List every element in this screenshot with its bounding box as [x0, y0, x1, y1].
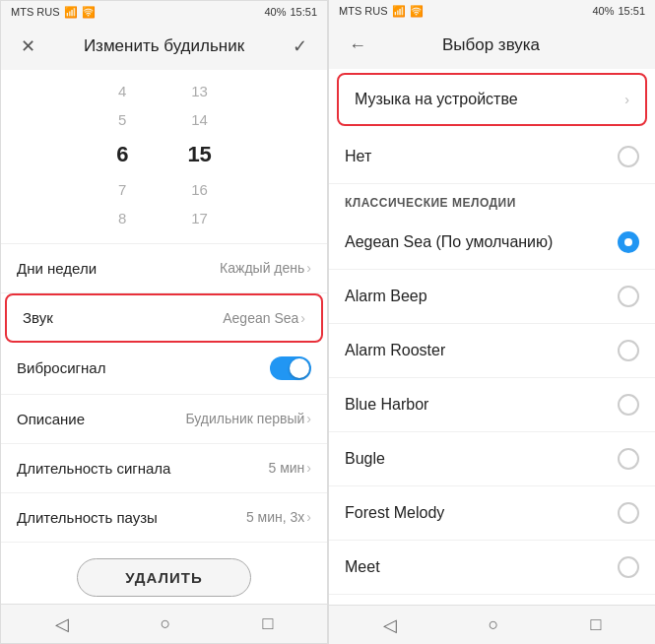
minute-13: 13 — [191, 78, 208, 104]
right-home-nav-icon[interactable]: ○ — [489, 614, 499, 635]
days-label: Дни недели — [17, 260, 97, 277]
sound-row-alarm-beep[interactable]: Alarm Beep — [329, 270, 655, 324]
settings-row-days[interactable]: Дни недели Каждый день › — [1, 244, 327, 293]
vibro-label: Вибросигнал — [17, 359, 105, 376]
sound-label: Звук — [23, 309, 53, 326]
duration-value: 5 мин › — [268, 460, 311, 476]
hour-6-selected: 6 — [116, 135, 128, 174]
forest-melody-label: Forest Melody — [345, 504, 444, 522]
sound-value: Aegean Sea › — [223, 310, 305, 326]
days-arrow: › — [306, 260, 311, 276]
left-header-title: Изменить будильник — [84, 36, 244, 56]
settings-list: Дни недели Каждый день › Звук Aegean Sea… — [1, 244, 327, 604]
left-battery: 40% — [264, 6, 286, 18]
forest-melody-radio[interactable] — [618, 502, 639, 524]
right-status-left: MTS RUS 📶 🛜 — [339, 5, 424, 18]
left-screen: MTS RUS 📶 🛜 40% 15:51 ✕ Изменить будильн… — [0, 0, 328, 644]
meet-label: Meet — [345, 558, 380, 576]
right-wifi-icon: 🛜 — [410, 5, 424, 18]
hour-column: 4 5 6 7 8 — [116, 78, 128, 231]
left-carrier: MTS RUS — [11, 6, 60, 18]
hour-4: 4 — [118, 78, 126, 104]
right-battery: 40% — [592, 5, 614, 17]
settings-row-desc[interactable]: Описание Будильник первый › — [1, 395, 327, 444]
pause-arrow: › — [306, 509, 311, 525]
meet-radio[interactable] — [618, 556, 639, 578]
left-status-right: 40% 15:51 — [264, 6, 317, 18]
none-radio[interactable] — [618, 146, 639, 167]
right-recent-nav-icon[interactable]: □ — [591, 614, 602, 635]
aegean-radio-inner — [624, 238, 632, 246]
sound-row-alarm-rooster[interactable]: Alarm Rooster — [329, 324, 655, 378]
minute-16: 16 — [191, 176, 208, 203]
desc-arrow: › — [306, 411, 311, 426]
sound-row-bugle[interactable]: Bugle — [329, 432, 655, 486]
minute-14: 14 — [191, 106, 208, 133]
alarm-beep-label: Alarm Beep — [345, 288, 427, 305]
right-header: ← Выбор звука — [329, 22, 655, 69]
sound-row-forest-melody[interactable]: Forest Melody — [329, 486, 655, 541]
music-chevron-icon: › — [624, 92, 629, 107]
music-on-device-label: Музыка на устройстве — [355, 91, 518, 108]
minute-15-selected: 15 — [187, 135, 211, 174]
minute-17: 17 — [191, 205, 208, 231]
duration-arrow: › — [306, 460, 311, 476]
days-value: Каждый день › — [220, 260, 311, 276]
home-nav-icon[interactable]: ○ — [161, 613, 171, 634]
settings-row-duration[interactable]: Длительность сигнала 5 мин › — [1, 444, 327, 493]
left-time: 15:51 — [290, 6, 317, 18]
settings-row-vibro[interactable]: Вибросигнал — [1, 343, 327, 395]
back-nav-icon[interactable]: ◁ — [55, 613, 69, 635]
right-carrier: MTS RUS — [339, 5, 388, 17]
time-picker: 4 5 6 7 8 13 14 15 16 17 — [1, 70, 327, 244]
left-status-bar: MTS RUS 📶 🛜 40% 15:51 — [1, 1, 327, 23]
hour-7: 7 — [118, 176, 126, 203]
aegean-label: Aegean Sea (По умолчанию) — [345, 233, 553, 251]
left-wifi-icon: 🛜 — [82, 6, 96, 19]
toggle-knob — [290, 358, 309, 378]
sound-list: Музыка на устройстве › Нет КЛАССИЧЕСКИЕ … — [329, 69, 655, 605]
duration-label: Длительность сигнала — [17, 460, 170, 477]
recent-nav-icon[interactable]: □ — [263, 613, 274, 634]
aegean-radio[interactable] — [618, 231, 639, 253]
music-on-device-row[interactable]: Музыка на устройстве › — [337, 73, 647, 126]
classic-section-title: КЛАССИЧЕСКИЕ МЕЛОДИИ — [329, 184, 655, 216]
back-button[interactable]: ← — [345, 32, 370, 60]
left-bottom-nav: ◁ ○ □ — [1, 604, 327, 643]
bugle-label: Bugle — [345, 450, 385, 468]
right-time: 15:51 — [618, 5, 645, 17]
pause-label: Длительность паузы — [17, 509, 158, 526]
sound-arrow: › — [300, 310, 305, 326]
minute-column: 13 14 15 16 17 — [187, 78, 211, 231]
right-status-right: 40% 15:51 — [592, 5, 645, 17]
desc-value: Будильник первый › — [185, 411, 311, 426]
right-back-nav-icon[interactable]: ◁ — [383, 614, 397, 636]
right-signal-icon: 📶 — [392, 5, 406, 18]
sound-row-blue-harbor[interactable]: Blue Harbor — [329, 378, 655, 432]
none-row[interactable]: Нет — [329, 130, 655, 184]
right-status-bar: MTS RUS 📶 🛜 40% 15:51 — [329, 0, 655, 22]
sound-row-meet[interactable]: Meet — [329, 541, 655, 595]
left-header: ✕ Изменить будильник ✓ — [1, 23, 327, 70]
alarm-beep-radio[interactable] — [618, 286, 639, 307]
blue-harbor-radio[interactable] — [618, 394, 639, 416]
sound-row-aegean[interactable]: Aegean Sea (По умолчанию) — [329, 216, 655, 270]
vibro-toggle[interactable] — [270, 356, 311, 380]
none-label: Нет — [345, 148, 371, 165]
hour-8: 8 — [118, 205, 126, 231]
left-signal-icon: 📶 — [64, 6, 78, 19]
right-header-title: Выбор звука — [442, 35, 540, 55]
alarm-rooster-label: Alarm Rooster — [345, 342, 445, 359]
delete-button[interactable]: УДАЛИТЬ — [77, 558, 251, 597]
settings-row-pause[interactable]: Длительность паузы 5 мин, 3х › — [1, 493, 327, 543]
right-bottom-nav: ◁ ○ □ — [329, 605, 655, 644]
alarm-rooster-radio[interactable] — [618, 340, 639, 361]
close-button[interactable]: ✕ — [17, 32, 39, 61]
right-screen: MTS RUS 📶 🛜 40% 15:51 ← Выбор звука Музы… — [328, 0, 655, 644]
settings-row-sound[interactable]: Звук Aegean Sea › — [5, 293, 323, 343]
left-status-left: MTS RUS 📶 🛜 — [11, 6, 96, 19]
confirm-button[interactable]: ✓ — [289, 32, 311, 61]
desc-label: Описание — [17, 411, 85, 427]
bugle-radio[interactable] — [618, 448, 639, 470]
hour-5: 5 — [118, 106, 126, 133]
